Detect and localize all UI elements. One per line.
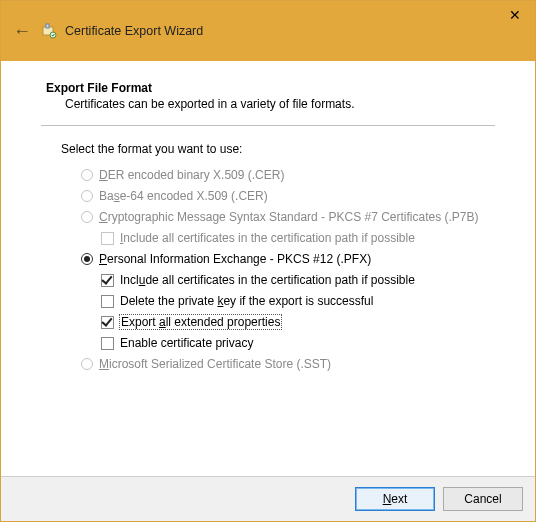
wizard-window: ✕ ← Certificate Export Wizard Export Fil… <box>0 0 536 522</box>
checkbox-pkcs7-include-path <box>101 232 114 245</box>
option-base64: Base-64 encoded X.509 (.CER) <box>81 187 495 205</box>
checkbox-pfx-include-path[interactable] <box>101 274 114 287</box>
label-pfx-export-extended: Export all extended properties <box>120 315 281 329</box>
label-der: DER encoded binary X.509 (.CER) <box>99 168 284 182</box>
checkbox-pfx-export-extended[interactable] <box>101 316 114 329</box>
radio-pkcs7 <box>81 211 93 223</box>
option-pfx-enable-privacy[interactable]: Enable certificate privacy <box>81 334 495 352</box>
radio-pfx[interactable] <box>81 253 93 265</box>
label-pfx-include-path: Include all certificates in the certific… <box>120 273 415 287</box>
radio-sst <box>81 358 93 370</box>
back-arrow-icon[interactable]: ← <box>13 22 31 40</box>
format-options: DER encoded binary X.509 (.CER) Base-64 … <box>41 166 495 373</box>
wizard-icon <box>41 23 57 39</box>
option-pfx-delete-key[interactable]: Delete the private key if the export is … <box>81 292 495 310</box>
option-sst: Microsoft Serialized Certificate Store (… <box>81 355 495 373</box>
separator <box>41 125 495 126</box>
label-pkcs7: Cryptographic Message Syntax Standard - … <box>99 210 479 224</box>
format-prompt: Select the format you want to use: <box>41 142 495 156</box>
option-pfx[interactable]: Personal Information Exchange - PKCS #12… <box>81 250 495 268</box>
label-base64: Base-64 encoded X.509 (.CER) <box>99 189 268 203</box>
label-pfx-delete-key: Delete the private key if the export is … <box>120 294 373 308</box>
checkbox-pfx-delete-key[interactable] <box>101 295 114 308</box>
option-der: DER encoded binary X.509 (.CER) <box>81 166 495 184</box>
titlebar: ✕ ← Certificate Export Wizard <box>1 1 535 61</box>
option-pfx-export-extended[interactable]: Export all extended properties <box>81 313 495 331</box>
checkbox-pfx-enable-privacy[interactable] <box>101 337 114 350</box>
label-pfx: Personal Information Exchange - PKCS #12… <box>99 252 371 266</box>
label-sst: Microsoft Serialized Certificate Store (… <box>99 357 331 371</box>
label-pfx-enable-privacy: Enable certificate privacy <box>120 336 253 350</box>
radio-der <box>81 169 93 181</box>
option-pfx-include-path[interactable]: Include all certificates in the certific… <box>81 271 495 289</box>
option-pkcs7-include-path: Include all certificates in the certific… <box>81 229 495 247</box>
wizard-body: Export File Format Certificates can be e… <box>1 61 535 476</box>
option-pkcs7: Cryptographic Message Syntax Standard - … <box>81 208 495 226</box>
close-icon[interactable]: ✕ <box>509 7 521 23</box>
window-title: Certificate Export Wizard <box>65 24 203 38</box>
label-pkcs7-include-path: Include all certificates in the certific… <box>120 231 415 245</box>
next-button[interactable]: Next <box>355 487 435 511</box>
radio-base64 <box>81 190 93 202</box>
svg-rect-1 <box>46 24 49 28</box>
cancel-button[interactable]: Cancel <box>443 487 523 511</box>
wizard-footer: Next Cancel <box>1 476 535 521</box>
page-subheading: Certificates can be exported in a variet… <box>41 95 495 111</box>
page-heading: Export File Format <box>41 81 495 95</box>
